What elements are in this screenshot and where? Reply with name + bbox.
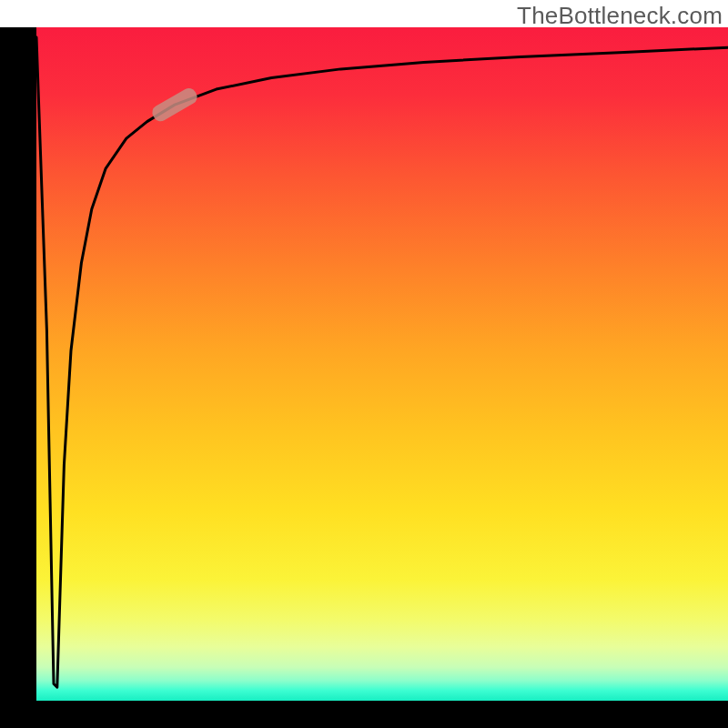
x-axis-band [0, 701, 728, 728]
watermark-text: TheBottleneck.com [517, 2, 723, 30]
highlight-segment-marker [149, 86, 199, 124]
bottleneck-figure: TheBottleneck.com [0, 0, 728, 728]
y-axis-band [0, 27, 36, 728]
curve-layer-svg [36, 27, 728, 701]
bottleneck-curve-path [36, 37, 728, 687]
